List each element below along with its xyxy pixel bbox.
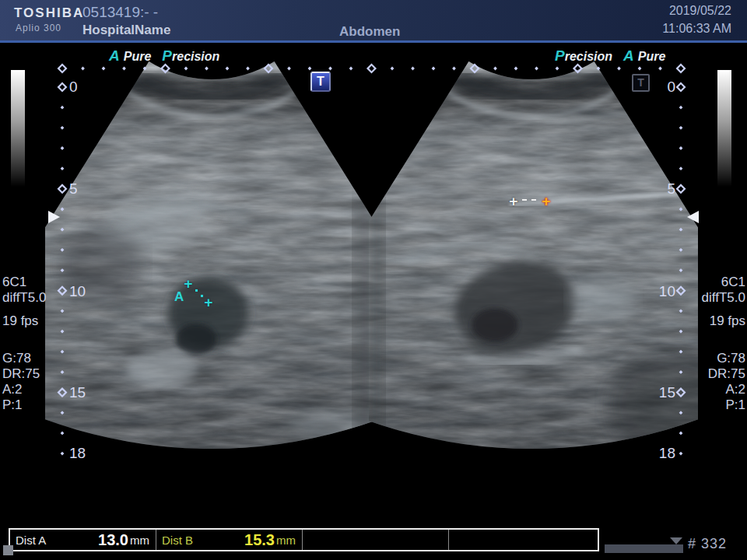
preset-label: diffT5.0	[702, 290, 745, 306]
result-cell-empty	[303, 530, 449, 550]
probe-label: 6C1	[2, 275, 46, 290]
focus-marker-left	[48, 211, 60, 223]
depth-label-5-left: 5	[69, 180, 78, 198]
badge-letter: P	[162, 47, 172, 64]
gain-label: G:78	[702, 351, 745, 366]
persist-label: P:1	[2, 397, 46, 413]
dist-b-label: Dist B	[156, 534, 193, 547]
dist-b-value: 15.3	[244, 531, 275, 549]
dist-b-result: Dist B 15.3 mm	[156, 530, 303, 550]
aperture-label: A:2	[2, 382, 46, 397]
caliper-b2-cross-active[interactable]: +	[542, 193, 551, 209]
aperture-label: A:2	[702, 382, 745, 397]
badge-text: Pure	[638, 50, 666, 63]
grayscale-bar-left	[11, 70, 25, 187]
framerate-label: 19 fps	[2, 313, 46, 329]
badge-letter: P	[555, 47, 565, 64]
caliper-a1-cross[interactable]: +	[184, 275, 193, 292]
dist-a-label: Dist A	[10, 534, 46, 547]
badge-letter: A	[109, 47, 120, 64]
caliper-a-dot	[195, 289, 198, 292]
imaging-params-left: 6C1 diffT5.0 19 fps G:78 DR:75 A:2 P:1	[2, 275, 46, 413]
probe-orientation-marker-left: T	[310, 72, 331, 92]
badge-text: recision	[565, 50, 612, 63]
dynrange-label: DR:75	[702, 366, 745, 382]
dist-a-value: 13.0	[98, 531, 128, 549]
dynrange-label: DR:75	[2, 366, 46, 382]
dist-a-unit: mm	[128, 534, 156, 547]
depth-label-18-left: 18	[69, 445, 86, 462]
badge-text: Pure	[124, 50, 152, 63]
model-label: Aplio 300	[16, 23, 61, 33]
persist-label: P:1	[702, 397, 745, 413]
header-bar: TOSHIBA Aplio 300 0513419:- - HospitalNa…	[0, 0, 747, 43]
preset-label: diffT5.0	[2, 290, 46, 306]
precision-apure-badge-right: PrecisionAPure	[555, 47, 665, 63]
exam-time: 11:06:33 AM	[662, 22, 731, 36]
exam-date: 2019/05/22	[669, 4, 731, 18]
grayscale-bar-right	[717, 70, 731, 187]
depth-label-0-left: 0	[69, 79, 78, 96]
depth-label-0-right: 0	[667, 79, 675, 96]
depth-label-18-right: 18	[659, 445, 675, 462]
depth-label-5-right: 5	[667, 180, 675, 198]
caliper-a-dot	[201, 295, 203, 297]
caliper-b-dash	[531, 199, 536, 201]
bodymark-placeholder	[3, 545, 13, 555]
focus-marker-right	[687, 211, 699, 223]
frame-counter: # 332	[688, 536, 727, 552]
hospital-name: HospitalName	[82, 23, 170, 38]
depth-label-10-right: 10	[659, 283, 675, 300]
caliper-a-label: A	[174, 289, 184, 305]
caliper-b-dash	[522, 199, 527, 201]
apure-precision-badge-left: APurePrecision	[109, 47, 219, 63]
probe-orientation-marker-right: T	[632, 74, 650, 92]
dist-a-result: Dist A 13.0 mm	[10, 530, 156, 550]
dist-b-unit: mm	[275, 534, 302, 547]
gain-label: G:78	[2, 351, 46, 366]
cine-scrollbar[interactable]	[605, 544, 683, 553]
imaging-params-right: 6C1 diffT5.0 19 fps G:78 DR:75 A:2 P:1	[702, 275, 745, 413]
badge-text: recision	[172, 50, 219, 63]
measurement-results-bar: Dist A 13.0 mm Dist B 15.3 mm	[9, 528, 599, 551]
right-scan-fan	[369, 44, 731, 459]
left-scan-fan	[45, 44, 397, 456]
probe-label: 6C1	[702, 275, 745, 290]
ultrasound-screen: TOSHIBA Aplio 300 0513419:- - HospitalNa…	[0, 0, 747, 560]
depth-label-15-left: 15	[69, 384, 86, 401]
result-cell-empty	[449, 530, 598, 550]
depth-label-15-right: 15	[659, 384, 675, 401]
depth-label-10-left: 10	[69, 283, 86, 300]
toshiba-logo: TOSHIBA	[14, 5, 84, 21]
framerate-label: 19 fps	[702, 313, 745, 329]
caliper-b1-cross[interactable]: +	[510, 193, 518, 209]
exam-preset-label: Abdomen	[339, 24, 400, 40]
patient-id: 0513419:- -	[82, 4, 158, 21]
badge-letter: A	[623, 47, 634, 64]
caliper-a2-cross[interactable]: +	[205, 294, 213, 310]
cine-scroll-indicator[interactable]	[670, 537, 682, 544]
